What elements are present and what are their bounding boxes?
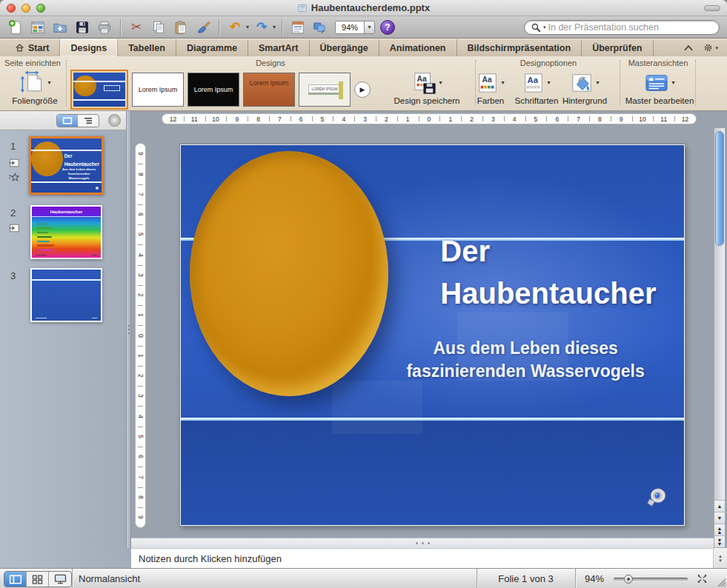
redo-button[interactable]: ↷ [252, 18, 271, 37]
theme-colors-button[interactable]: Aa ▾ Farben [470, 69, 511, 105]
ribbon-tab-designs[interactable]: Designs [60, 39, 118, 56]
scrollbar-thumb[interactable] [715, 131, 724, 246]
slide-3-thumbnail[interactable] [30, 268, 102, 322]
paste-button[interactable] [171, 18, 190, 37]
new-presentation-button[interactable] [6, 18, 25, 37]
edit-master-button[interactable]: ▾ Master bearbeiten [624, 69, 695, 105]
slide-2-thumbnail[interactable]: Haubentaucher [30, 205, 102, 259]
collapse-ribbon-chevron-icon[interactable] [683, 44, 694, 52]
close-window-button[interactable] [7, 4, 16, 13]
slide-entry-3: 3 [0, 268, 126, 327]
h-ruler-number: 8 [248, 114, 269, 124]
animation-indicator-icon[interactable] [8, 173, 21, 184]
ribbon-tab-label: Übergänge [320, 43, 368, 53]
slide-subtitle[interactable]: Aus dem Leben diesesfaszinierenden Wasse… [392, 337, 659, 383]
status-separator [72, 569, 73, 588]
open-button[interactable] [50, 18, 70, 37]
vertical-scrollbar[interactable]: ▲ ▼ ▲▲ ▼▼ [714, 127, 726, 548]
gallery-next-button[interactable]: ▶ [354, 81, 371, 98]
presentation-gallery-button[interactable] [28, 18, 47, 37]
transition-indicator-icon[interactable] [8, 158, 21, 169]
toolbar-toggle-capsule[interactable] [704, 5, 720, 11]
ribbon-tab-label: Überprüfen [592, 43, 642, 53]
sidebar-splitter[interactable] [126, 111, 131, 548]
ribbon-tab-start[interactable]: Start [4, 39, 60, 56]
theme-colors-label: Farben [470, 96, 511, 105]
slideshow-view-button[interactable] [49, 572, 71, 587]
theme-thumb-copper[interactable]: Lorem Ipsum [243, 73, 295, 107]
v-ruler-number: 3 [136, 386, 145, 406]
next-slide-button[interactable]: ▼▼ [714, 535, 725, 547]
zoom-slider[interactable] [614, 575, 688, 584]
ribbon-settings-button[interactable]: ▾ [703, 42, 718, 53]
ribbon-tab-übergänge[interactable]: Übergänge [310, 39, 379, 56]
zoom-slider-knob[interactable] [624, 575, 633, 584]
notes-scroll-gutter[interactable]: ▲▼ [713, 548, 727, 568]
ribbon-tab-animationen[interactable]: Animationen [379, 39, 457, 56]
titlebar[interactable]: Haubentaucherdemo.pptx [0, 0, 727, 16]
redo-menu-caret[interactable]: ▾ [273, 24, 276, 30]
slide-circle-graphic[interactable] [190, 151, 388, 396]
ribbon-tab-diagramme[interactable]: Diagramme [176, 39, 248, 56]
print-button[interactable] [95, 18, 114, 37]
slide-title[interactable]: DerHaubentaucher [440, 230, 656, 315]
theme-thumb-white[interactable]: Lorem Ipsum [132, 73, 184, 107]
help-button[interactable]: ? [380, 20, 395, 35]
sidebar-header: × [0, 111, 126, 130]
slide-canvas[interactable]: DerHaubentaucher Aus dem Leben diesesfas… [180, 144, 685, 526]
show-formatting-button[interactable] [288, 18, 308, 37]
ribbon-tab-tabellen[interactable]: Tabellen [118, 39, 176, 56]
search-field[interactable]: ▾ In der Präsentation suchen [524, 20, 720, 35]
h-ruler-number: 11 [653, 114, 674, 124]
document-proxy-icon [297, 3, 308, 13]
ribbon-tab-bildschirmpräsentation[interactable]: Bildschirmpräsentation [457, 39, 582, 56]
cut-button[interactable]: ✂ [127, 18, 146, 37]
slide-size-button[interactable]: ▾ Foliengröße [4, 69, 65, 105]
group-label-master-views: Masteransichten [621, 59, 695, 67]
status-bar: Normalansicht Folie 1 von 3 94% [0, 568, 727, 588]
transition-indicator-icon[interactable] [8, 223, 21, 234]
undo-button[interactable]: ↶ [225, 18, 245, 37]
toolbar-separator [282, 19, 282, 36]
window-resize-grip[interactable] [716, 577, 726, 587]
outline-pane-button[interactable] [78, 115, 99, 127]
media-browser-button[interactable]: ♪ [311, 18, 330, 37]
zoom-window-button[interactable] [36, 4, 45, 13]
zoom-combo[interactable]: 94% ▼ [335, 21, 375, 34]
theme-thumb-black[interactable]: Lorem Ipsum [187, 73, 239, 107]
h-ruler-number: 6 [546, 114, 568, 124]
status-zoom-label: 94% [581, 573, 608, 584]
background-button[interactable]: ▾ Hintergrund [556, 69, 614, 105]
theme-fonts-button[interactable]: Aa ▾ Schriftarten [511, 69, 562, 105]
previous-slide-button[interactable]: ▲▲ [714, 524, 725, 535]
slide-sorter-view-button[interactable] [27, 572, 49, 587]
v-ruler-number: 5 [136, 427, 145, 447]
fit-slide-to-window-button[interactable] [695, 573, 708, 584]
search-placeholder: In der Präsentation suchen [548, 22, 659, 33]
search-scope-caret[interactable]: ▾ [543, 24, 546, 30]
notes-field[interactable]: Notizen durch Klicken hinzufügen [131, 548, 713, 568]
save-button[interactable] [73, 18, 92, 37]
copy-button[interactable] [149, 18, 168, 37]
slide-1-thumbnail[interactable]: DerHaubentaucher Aus dem Leben diesesfas… [29, 136, 104, 195]
ribbon-tab-smartart[interactable]: SmartArt [248, 39, 310, 56]
minimize-window-button[interactable] [21, 4, 30, 13]
undo-menu-caret[interactable]: ▾ [246, 24, 249, 30]
v-ruler-number: 0 [136, 325, 145, 345]
dropdown-caret: ▾ [501, 79, 504, 86]
ribbon-tab-überprüfen[interactable]: Überprüfen [582, 39, 653, 56]
audio-speaker-icon[interactable] [645, 487, 669, 508]
scroll-down-button[interactable]: ▼ [714, 512, 725, 524]
normal-view-button[interactable] [4, 572, 27, 587]
zoom-dropdown-caret[interactable]: ▼ [364, 21, 375, 34]
slides-pane-button[interactable] [57, 115, 78, 127]
save-theme-button[interactable]: Aa ▾ Design speichern [388, 69, 465, 105]
close-sidebar-button[interactable]: × [108, 114, 121, 127]
format-painter-button[interactable] [193, 18, 213, 37]
theme-thumb-paper[interactable]: LOREM IPSUM [299, 73, 351, 107]
notes-pane-splitter[interactable] [131, 538, 714, 548]
scroll-up-button[interactable]: ▲ [714, 500, 725, 512]
dropdown-caret: ▾ [596, 79, 599, 86]
zoom-value[interactable]: 94% [335, 21, 365, 34]
theme-thumb-current-selected[interactable] [70, 70, 128, 110]
